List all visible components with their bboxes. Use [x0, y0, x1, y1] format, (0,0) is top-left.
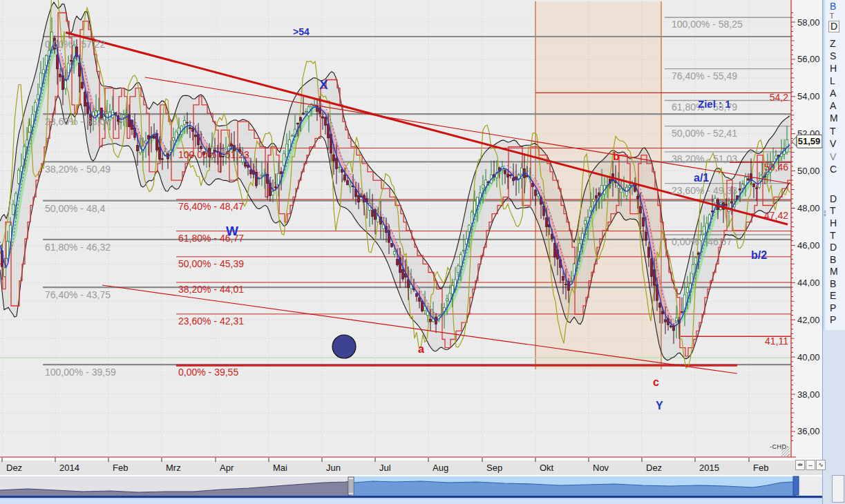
svg-text:38,20% - 50,49: 38,20% - 50,49 — [45, 164, 111, 175]
last-price-badge: 51,59 — [792, 135, 822, 148]
svg-text:54,2: 54,2 — [770, 92, 788, 103]
svg-text:50,46: 50,46 — [764, 162, 788, 173]
svg-text:76,40% - 48,47: 76,40% - 48,47 — [178, 201, 244, 212]
svg-text:Dez: Dez — [646, 463, 662, 473]
svg-text:b/2: b/2 — [751, 249, 767, 261]
trading-chart-window: 0,00% - 57,2223,60% - 53,0638,20% - 50,4… — [0, 0, 845, 504]
svg-text:c: c — [653, 376, 659, 388]
right-side-panel[interactable]: BTDZSHLAAMTVVCDTHTDBMBEPP ⁞⁞ — [822, 0, 845, 504]
panel-label: T — [830, 206, 836, 215]
panel-label: S — [830, 51, 836, 61]
svg-text:W: W — [226, 224, 238, 238]
svg-text:0,00% - 46,57: 0,00% - 46,57 — [672, 236, 732, 247]
svg-text:23,60% - 49,33: 23,60% - 49,33 — [672, 185, 737, 196]
svg-text:38,20% - 51,03: 38,20% - 51,03 — [672, 153, 737, 164]
panel-label: C — [830, 164, 837, 174]
panel-label: H — [830, 218, 837, 228]
svg-text:Sep: Sep — [486, 463, 502, 473]
svg-text:0,00% - 39,55: 0,00% - 39,55 — [178, 367, 238, 378]
panel-label: T — [830, 12, 834, 21]
svg-text:Y: Y — [656, 400, 663, 411]
svg-text:Jul: Jul — [379, 463, 391, 473]
line-scale-mode-icon[interactable]: ∿ — [816, 460, 826, 470]
svg-text:76,40% - 43,75: 76,40% - 43,75 — [45, 289, 111, 300]
svg-text:0,00% - 57,22: 0,00% - 57,22 — [45, 39, 105, 50]
panel-label: T — [830, 231, 836, 240]
svg-text:2015: 2015 — [699, 463, 719, 473]
svg-text:61,80% - 46,32: 61,80% - 46,32 — [45, 242, 111, 253]
panel-label: D — [828, 21, 839, 32]
svg-text:46,00: 46,00 — [797, 240, 820, 251]
axis-toolbar: ⇹↔∿ — [795, 460, 826, 470]
svg-text:36,00: 36,00 — [797, 426, 820, 436]
svg-text:Feb: Feb — [113, 463, 128, 473]
panel-label: Z — [830, 39, 836, 48]
svg-text:50,00: 50,00 — [797, 166, 820, 176]
svg-text:Nov: Nov — [593, 463, 609, 473]
svg-text:50,00% - 52,41: 50,00% - 52,41 — [672, 128, 737, 139]
svg-text:100,00% - 58,25: 100,00% - 58,25 — [672, 19, 743, 30]
svg-text:58,00: 58,00 — [797, 17, 820, 28]
panel-label: A — [830, 88, 836, 98]
svg-text:38,00: 38,00 — [797, 389, 820, 400]
svg-text:b: b — [613, 151, 620, 162]
panel-label: M — [830, 266, 838, 276]
navigator-split-handle[interactable] — [348, 477, 354, 495]
panel-label: V — [830, 152, 836, 162]
svg-text:Aug: Aug — [433, 463, 448, 473]
svg-text:a: a — [418, 343, 424, 355]
svg-text:X: X — [319, 77, 328, 92]
panel-label: M — [830, 113, 838, 123]
panel-label: D — [830, 242, 837, 252]
resize-handle[interactable] — [781, 448, 790, 456]
panel-label: P — [830, 315, 836, 324]
svg-text:>54: >54 — [293, 26, 310, 37]
svg-text:42,00: 42,00 — [797, 315, 820, 325]
svg-text:50,00% - 48,4: 50,00% - 48,4 — [45, 203, 105, 214]
navigator[interactable] — [0, 475, 822, 504]
svg-text:38,20% - 44,01: 38,20% - 44,01 — [178, 284, 244, 295]
svg-text:100,00% - 39,59: 100,00% - 39,59 — [45, 367, 116, 378]
panel-drag-handle[interactable]: ⁞⁞ — [824, 211, 825, 216]
svg-text:Jun: Jun — [326, 463, 341, 473]
panel-label: B — [830, 1, 836, 11]
svg-text:Dez: Dez — [6, 463, 22, 473]
panel-label: D — [830, 194, 837, 204]
svg-text:Mai: Mai — [273, 463, 287, 473]
svg-text:23,60% - 53,06: 23,60% - 53,06 — [45, 116, 111, 127]
panel-label: E — [830, 291, 836, 300]
svg-text:54,00: 54,00 — [797, 91, 820, 101]
svg-text:44,00: 44,00 — [797, 278, 820, 288]
chart-canvas[interactable]: 0,00% - 57,2223,60% - 53,0638,20% - 50,4… — [0, 0, 822, 504]
svg-text:76,40% - 55,49: 76,40% - 55,49 — [672, 70, 737, 81]
panel-label: V — [830, 139, 836, 148]
panel-label: B — [830, 279, 836, 289]
marker-circle[interactable] — [332, 335, 356, 358]
panel-label: H — [830, 64, 837, 73]
svg-text:40,00: 40,00 — [797, 352, 820, 362]
svg-text:23,60% - 42,31: 23,60% - 42,31 — [178, 316, 244, 327]
svg-text:100,00% - 51,23: 100,00% - 51,23 — [178, 149, 249, 160]
svg-text:56,00: 56,00 — [797, 54, 820, 64]
panel-label: A — [830, 101, 836, 110]
svg-text:50,00% - 45,39: 50,00% - 45,39 — [178, 258, 244, 269]
svg-text:Okt: Okt — [540, 463, 554, 473]
panel-label: L — [830, 76, 835, 86]
panel-scrollbar[interactable] — [832, 475, 844, 503]
panel-label: B — [830, 255, 836, 264]
svg-text:Feb: Feb — [753, 463, 768, 473]
pan-horizontal-icon[interactable]: ⇹ — [795, 460, 805, 470]
svg-text:41,11: 41,11 — [765, 336, 788, 347]
svg-text:47,42: 47,42 — [764, 210, 788, 221]
svg-text:Ziel : 1: Ziel : 1 — [698, 98, 731, 110]
stretch-horizontal-icon[interactable]: ↔ — [806, 460, 815, 470]
panel-label: T — [830, 126, 836, 136]
svg-text:Mrz: Mrz — [166, 463, 181, 473]
svg-text:51,59: 51,59 — [798, 136, 821, 146]
svg-text:a/1: a/1 — [694, 172, 709, 184]
svg-text:48,00: 48,00 — [797, 203, 820, 213]
panel-label: P — [830, 303, 836, 313]
svg-text:Apr: Apr — [220, 463, 234, 473]
svg-text:2014: 2014 — [59, 463, 79, 473]
